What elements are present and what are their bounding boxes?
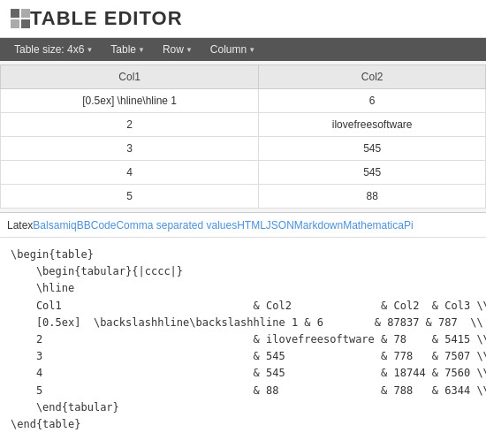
app-icon bbox=[11, 9, 30, 28]
format-tab-mathematica[interactable]: Mathematica bbox=[343, 219, 404, 232]
format-tabs-bar: LatexBalsamiqBBCodeComma separated value… bbox=[0, 213, 486, 238]
table-header-row: Col1 Col2 bbox=[1, 65, 486, 89]
table-size-button[interactable]: Table size: 4x6 ▼ bbox=[7, 42, 100, 57]
table-row: 588 bbox=[1, 185, 486, 209]
table-row: 2ilovefreesoftware bbox=[1, 113, 486, 137]
table-row: 4545 bbox=[1, 161, 486, 185]
format-tab-html[interactable]: HTML bbox=[237, 219, 266, 232]
format-tab-json[interactable]: JSON bbox=[266, 219, 294, 232]
cell-r3-c0[interactable]: 4 bbox=[1, 161, 259, 185]
column-menu-arrow: ▼ bbox=[248, 46, 255, 54]
table-menu-button[interactable]: Table ▼ bbox=[103, 42, 152, 57]
format-tab-pi[interactable]: Pi bbox=[404, 219, 414, 232]
cell-r2-c0[interactable]: 3 bbox=[1, 137, 259, 161]
col2-header[interactable]: Col2 bbox=[259, 65, 486, 89]
table-size-arrow: ▼ bbox=[86, 46, 93, 54]
table-menu-arrow: ▼ bbox=[138, 46, 145, 54]
data-table: Col1 Col2 [0.5ex] \hline\hline 162ilovef… bbox=[0, 65, 486, 209]
col1-header[interactable]: Col1 bbox=[1, 65, 259, 89]
table-container: Col1 Col2 [0.5ex] \hline\hline 162ilovef… bbox=[0, 61, 486, 213]
cell-r4-c1[interactable]: 88 bbox=[259, 185, 486, 209]
cell-r2-c1[interactable]: 545 bbox=[259, 137, 486, 161]
format-tab-latex[interactable]: Latex bbox=[7, 219, 33, 232]
app-title: TABLE EDITOR bbox=[30, 7, 183, 30]
app-header: TABLE EDITOR bbox=[0, 0, 486, 38]
column-menu-label: Column bbox=[210, 43, 247, 56]
cell-r1-c1[interactable]: ilovefreesoftware bbox=[259, 113, 486, 137]
table-size-label: Table size: 4x6 bbox=[14, 43, 84, 56]
format-tab-comma-separated-values[interactable]: Comma separated values bbox=[116, 219, 237, 232]
column-menu-button[interactable]: Column ▼ bbox=[203, 42, 262, 57]
table-row: [0.5ex] \hline\hline 16 bbox=[1, 89, 486, 113]
table-menu-label: Table bbox=[110, 43, 136, 56]
row-menu-arrow: ▼ bbox=[186, 46, 193, 54]
cell-r4-c0[interactable]: 5 bbox=[1, 185, 259, 209]
cell-r3-c1[interactable]: 545 bbox=[259, 161, 486, 185]
cell-r0-c0[interactable]: [0.5ex] \hline\hline 1 bbox=[1, 89, 259, 113]
format-tab-balsamiq[interactable]: Balsamiq bbox=[33, 219, 76, 232]
format-tab-bbcode[interactable]: BBCode bbox=[77, 219, 117, 232]
table-row: 3545 bbox=[1, 137, 486, 161]
row-menu-button[interactable]: Row ▼ bbox=[156, 42, 200, 57]
row-menu-label: Row bbox=[163, 43, 184, 56]
main-toolbar: Table size: 4x6 ▼ Table ▼ Row ▼ Column ▼ bbox=[0, 38, 486, 61]
cell-r0-c1[interactable]: 6 bbox=[259, 89, 486, 113]
format-tab-markdown[interactable]: Markdown bbox=[294, 219, 343, 232]
code-output[interactable]: \begin{table} \begin{tabular}{|cccc|} \h… bbox=[0, 238, 486, 442]
cell-r1-c0[interactable]: 2 bbox=[1, 113, 259, 137]
